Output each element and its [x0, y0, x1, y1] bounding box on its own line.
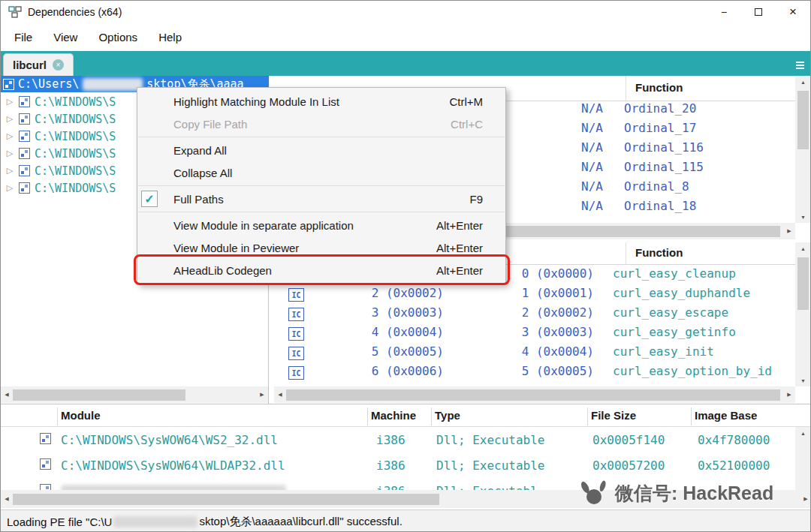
menu-item-expand-all[interactable]: Expand All [137, 139, 505, 161]
scroll-left-icon[interactable]: ◀ [274, 389, 286, 401]
menu-item-view-module-separate[interactable]: View Module in separate application Alt+… [137, 214, 505, 236]
expand-caret-icon[interactable]: ▷ [5, 114, 14, 124]
exports-hscrollbar[interactable]: ◀ ▶ [274, 386, 795, 403]
c-function-icon: IC [288, 347, 304, 360]
table-row[interactable]: IC 4 (0x0004) 3 (0x0003) curl_easy_getin… [274, 325, 795, 344]
expand-caret-icon[interactable]: ▷ [5, 149, 14, 158]
export-hint: 2 (0x0002) [504, 305, 594, 320]
scroll-thumb[interactable] [13, 389, 185, 401]
scroll-thumb[interactable] [797, 91, 809, 149]
export-hint: 5 (0x0005) [504, 364, 594, 378]
table-row[interactable]: IC 5 (0x0005) 4 (0x0004) curl_easy_init [274, 344, 795, 364]
export-function: curl_easy_escape [613, 305, 728, 320]
scroll-thumb[interactable] [286, 389, 780, 401]
scroll-down-icon[interactable]: ▼ [797, 374, 809, 386]
module-type: Dll; Executable [436, 458, 545, 473]
scroll-left-icon[interactable]: ◀ [1, 389, 13, 401]
menu-item-highlight-matching[interactable]: Highlight Matching Module In List Ctrl+M [137, 90, 505, 113]
scroll-left-icon[interactable]: ◀ [1, 493, 13, 505]
column-divider [587, 407, 588, 425]
scroll-right-icon[interactable]: ▶ [800, 493, 811, 505]
module-file-size: 0x00057200 [592, 458, 665, 473]
close-button[interactable]: × [776, 1, 810, 23]
tab-strip: libcurl × [1, 51, 810, 76]
modules-vscrollbar[interactable]: ▲ [795, 427, 811, 490]
tree-item-label: C:\WINDOWS\S [35, 95, 116, 109]
col-type[interactable]: Type [435, 409, 460, 422]
scroll-down-icon[interactable]: ▼ [797, 211, 809, 223]
import-hint: N/A [529, 140, 603, 155]
scroll-thumb[interactable] [797, 257, 809, 310]
imports-vscrollbar[interactable]: ▲ ▼ [795, 76, 811, 223]
column-divider [626, 242, 626, 264]
module-icon [40, 433, 51, 444]
c-function-icon: IC [288, 327, 304, 341]
menu-item-label: Copy File Path [173, 118, 247, 131]
menu-options[interactable]: Options [88, 31, 148, 44]
module-type: Dll; Executable [436, 433, 545, 447]
scroll-right-icon[interactable]: ▶ [783, 389, 795, 401]
scroll-right-icon[interactable]: ▶ [256, 389, 268, 401]
expand-caret-icon[interactable]: ▷ [5, 97, 14, 107]
module-icon [40, 458, 51, 470]
menu-item-shortcut: Alt+Enter [436, 219, 483, 232]
table-row[interactable]: IC 3 (0x0003) 2 (0x0002) curl_easy_escap… [274, 305, 795, 325]
expand-caret-icon[interactable]: ▷ [5, 131, 14, 141]
col-image-base[interactable]: Image Base [695, 409, 757, 422]
export-ordinal: 5 (0x0005) [354, 344, 444, 359]
scroll-up-icon[interactable]: ▲ [797, 242, 809, 254]
scroll-up-icon[interactable]: ▲ [797, 76, 809, 88]
menu-item-copy-file-path[interactable]: Copy File Path Ctrl+C [137, 113, 505, 135]
table-row[interactable]: IC 6 (0x0006) 5 (0x0005) curl_easy_optio… [274, 364, 795, 383]
table-row[interactable]: IC 2 (0x0002) 1 (0x0001) curl_easy_dupha… [274, 286, 795, 305]
module-icon [19, 148, 30, 159]
tab-libcurl[interactable]: libcurl × [3, 53, 74, 76]
import-function: Ordinal_20 [624, 101, 696, 116]
tree-item-label: C:\WINDOWS\S [35, 113, 116, 126]
title-bar: Dependencies (x64) − × [1, 1, 810, 23]
expand-caret-icon[interactable]: ▷ [5, 166, 14, 176]
col-file-size[interactable]: File Size [591, 409, 636, 422]
scroll-up-icon[interactable]: ▲ [797, 427, 809, 439]
exports-function-header[interactable]: Function [635, 246, 683, 259]
menu-item-label: View Module in separate application [173, 219, 354, 232]
annotation-red-box [134, 254, 510, 285]
import-hint: N/A [529, 199, 603, 213]
scroll-right-icon[interactable]: ▶ [783, 225, 795, 237]
export-function: curl_easy_getinfo [613, 325, 736, 339]
tree-item-label: C:\WINDOWS\S [35, 182, 116, 195]
maximize-button[interactable] [741, 1, 776, 23]
import-function: Ordinal_18 [624, 199, 696, 213]
menu-file[interactable]: File [4, 31, 43, 44]
menu-view[interactable]: View [43, 31, 88, 44]
menu-item-full-paths[interactable]: ✓ Full Paths F9 [137, 188, 505, 210]
tab-list-icon[interactable] [796, 62, 804, 69]
menu-help[interactable]: Help [148, 31, 192, 44]
menu-item-collapse-all[interactable]: Collapse All [137, 161, 505, 184]
menu-item-label: Full Paths [173, 193, 224, 206]
import-hint: N/A [529, 101, 603, 116]
col-module[interactable]: Module [61, 409, 101, 422]
export-hint: 3 (0x0003) [504, 325, 594, 339]
table-row[interactable]: C:\WINDOWS\SysWOW64\WLDAP32.dll i386 Dll… [1, 452, 811, 478]
maximize-icon [755, 8, 762, 16]
imports-function-header[interactable]: Function [635, 81, 683, 94]
menu-item-label: Highlight Matching Module In List [173, 95, 339, 108]
export-hint: 1 (0x0001) [504, 286, 594, 300]
menu-item-shortcut: F9 [469, 193, 483, 206]
tree-path-prefix: C:\Users\ [18, 77, 79, 91]
column-divider [691, 407, 692, 425]
redaction-blur [113, 516, 197, 527]
module-icon [3, 79, 14, 90]
scroll-thumb[interactable] [13, 494, 439, 505]
minimize-button[interactable]: − [707, 1, 741, 23]
module-icon [19, 165, 30, 176]
table-row[interactable]: C:\WINDOWS\SysWOW64\WS2_32.dll i386 Dll;… [1, 427, 811, 452]
col-machine[interactable]: Machine [371, 409, 416, 422]
exports-vscrollbar[interactable]: ▲ ▼ [795, 242, 811, 386]
tab-close-icon[interactable]: × [53, 59, 64, 71]
tree-hscrollbar[interactable]: ◀ ▶ [1, 386, 268, 403]
export-ordinal: 2 (0x0002) [354, 286, 444, 300]
import-function: Ordinal_8 [624, 179, 689, 194]
expand-caret-icon[interactable]: ▷ [5, 183, 14, 193]
